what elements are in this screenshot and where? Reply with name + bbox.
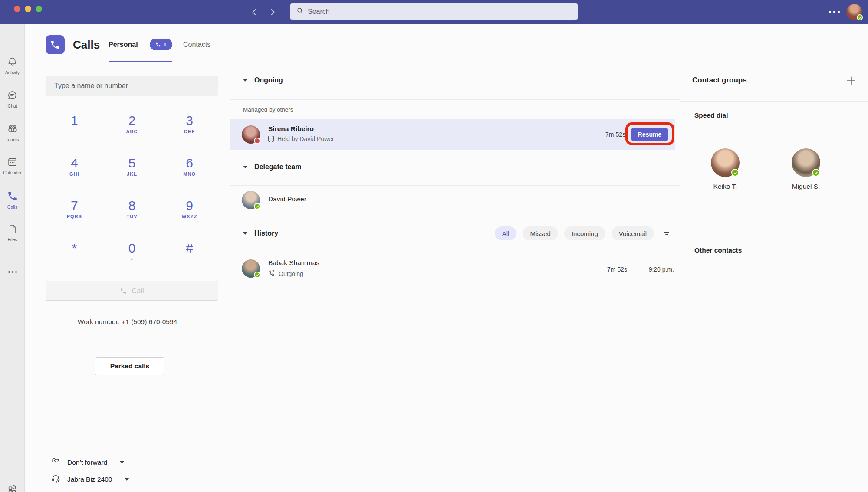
sidebar-item-calendar[interactable]: Calender (0, 157, 25, 175)
history-section-header: History All Missed Incoming Voicemail (230, 226, 680, 241)
contact-avatar (792, 148, 820, 177)
speed-dial-contact[interactable]: Miguel S. (779, 148, 833, 190)
divider (46, 341, 218, 341)
contact-avatar (242, 259, 260, 278)
add-contact-group-button[interactable] (845, 75, 857, 86)
key-9[interactable]: 9WXYZ (161, 191, 218, 234)
calls-header: Calls Personal 1 Contacts (25, 24, 868, 63)
collapse-triangle-icon (243, 79, 247, 82)
filter-missed[interactable]: Missed (523, 226, 558, 240)
contact-name: Sirena Ribeiro (268, 125, 314, 133)
delegate-member-row[interactable]: David Power (230, 189, 675, 213)
sidebar-item-label: Teams (0, 137, 25, 142)
sidebar-item-label: Calender (0, 170, 25, 175)
bell-icon (7, 61, 18, 69)
badge-count: 1 (163, 41, 166, 48)
speed-dial-contact[interactable]: Keiko T. (698, 148, 753, 190)
speed-dial-title: Speed dial (694, 112, 728, 119)
search-bar[interactable] (290, 3, 578, 20)
sidebar-item-calls[interactable]: Calls (0, 190, 25, 210)
filter-incoming[interactable]: Incoming (564, 226, 605, 240)
key-8[interactable]: 8TUV (103, 191, 161, 234)
ongoing-call-row[interactable]: Sirena Ribeiro Held by David Power 7m 52… (230, 119, 675, 150)
hold-icon (268, 136, 274, 142)
sidebar-item-files[interactable]: Files (0, 224, 25, 242)
calls-app-icon (46, 35, 65, 54)
audio-device-label: Jabra Biz 2400 (67, 476, 112, 483)
history-header-toggle[interactable]: History (243, 230, 278, 237)
presence-busy-badge (254, 138, 260, 144)
presence-available-badge (731, 169, 739, 177)
other-contacts-title: Other contacts (694, 246, 742, 254)
presence-available-badge (857, 14, 863, 20)
contact-groups-panel: Contact groups Speed dial Keiko T. Migue… (680, 63, 868, 492)
close-window-button[interactable] (14, 6, 20, 12)
section-title: Ongoing (254, 76, 283, 84)
delegate-section-header[interactable]: Delegate team (243, 163, 302, 171)
history-entry-row[interactable]: Babak Shammas Outgoing 7m 52s 9:20 p.m. (230, 256, 680, 283)
tab-personal[interactable]: Personal (108, 41, 138, 49)
collapse-triangle-icon (243, 232, 247, 235)
history-filters: All Missed Incoming Voicemail (495, 226, 654, 240)
key-3[interactable]: 3DEF (161, 106, 218, 149)
search-input[interactable] (308, 8, 572, 16)
key-1[interactable]: 1 (46, 106, 103, 149)
collapse-triangle-icon (243, 166, 247, 168)
section-title: History (254, 230, 278, 237)
app-sidebar: Activity Chat Teams Calender Calls Files… (0, 24, 25, 492)
key-star[interactable]: * (46, 234, 103, 276)
audio-device-dropdown[interactable]: Jabra Biz 2400 (51, 473, 129, 485)
contact-groups-title: Contact groups (692, 76, 747, 85)
back-icon[interactable] (248, 6, 260, 18)
window-controls[interactable] (14, 6, 42, 12)
work-number-label: Work number: +1 (509) 670-0594 (25, 318, 230, 326)
sidebar-item-chat[interactable]: Chat (0, 90, 25, 108)
key-5[interactable]: 5JKL (103, 149, 161, 191)
tab-contacts[interactable]: Contacts (183, 41, 210, 49)
managed-by-others-label: Managed by others (243, 106, 293, 113)
filter-all[interactable]: All (495, 226, 517, 240)
dial-input[interactable] (46, 76, 218, 96)
resume-button[interactable]: Resume (631, 128, 668, 141)
more-apps-icon[interactable] (0, 271, 25, 273)
filter-voicemail[interactable]: Voicemail (612, 226, 654, 240)
key-2[interactable]: 2ABC (103, 106, 161, 149)
call-direction-line: Outgoing (268, 269, 303, 278)
key-hash[interactable]: # (161, 234, 218, 276)
sidebar-item-activity[interactable]: Activity (0, 56, 25, 75)
filter-icon[interactable] (662, 230, 671, 237)
store-icon (7, 489, 18, 492)
outgoing-call-icon (268, 269, 275, 278)
call-button-label: Call (132, 287, 144, 295)
active-call-badge[interactable]: 1 (150, 39, 172, 50)
chevron-down-icon (125, 478, 129, 481)
calendar-icon (7, 161, 18, 169)
contact-avatar (242, 191, 260, 209)
forward-setting-dropdown[interactable]: Don’t forward (51, 456, 129, 468)
more-options-icon[interactable] (829, 11, 840, 13)
contact-name: Babak Shammas (268, 259, 319, 267)
call-direction: Outgoing (279, 270, 303, 277)
key-6[interactable]: 6MNO (161, 149, 218, 191)
key-4[interactable]: 4GHI (46, 149, 103, 191)
key-7[interactable]: 7PQRS (46, 191, 103, 234)
call-button[interactable]: Call (46, 281, 218, 301)
section-title: Delegate team (254, 163, 302, 171)
headset-icon (51, 473, 61, 485)
sidebar-item-store[interactable]: Store (0, 485, 25, 492)
phone-icon (155, 42, 161, 47)
minimize-window-button[interactable] (25, 6, 31, 12)
user-avatar[interactable] (846, 4, 862, 20)
sidebar-item-teams[interactable]: Teams (0, 123, 25, 142)
call-status-line: Held by David Power (268, 135, 334, 142)
key-0[interactable]: 0+ (103, 234, 161, 276)
phone-icon (120, 287, 127, 295)
divider (230, 99, 680, 100)
contact-avatar (242, 125, 260, 144)
forward-icon[interactable] (266, 6, 279, 18)
ongoing-section-header[interactable]: Ongoing (243, 76, 283, 84)
presence-available-badge (254, 272, 260, 278)
maximize-window-button[interactable] (36, 6, 42, 12)
call-settings: Don’t forward Jabra Biz 2400 (51, 456, 129, 485)
parked-calls-button[interactable]: Parked calls (95, 357, 164, 375)
